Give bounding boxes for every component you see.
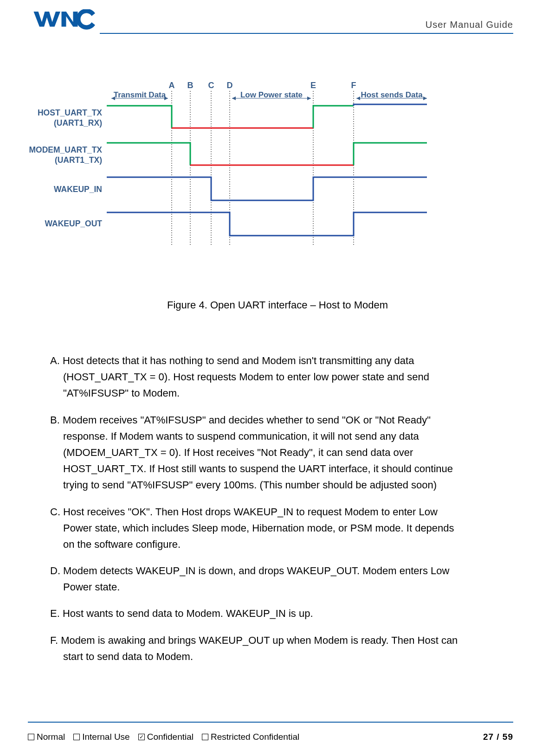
- chk-normal: Normal: [28, 732, 65, 742]
- timing-diagram-svg: A B C D E F Transmit Data Low Power stat…: [46, 79, 436, 264]
- step-d: D. Modem detects WAKEUP_IN is down, and …: [50, 563, 468, 595]
- header-divider: [100, 33, 513, 34]
- classification-checkboxes: Normal Internal Use ✓Confidential Restri…: [28, 732, 299, 742]
- signal-modem-uart-tx: [107, 143, 427, 165]
- marker-b: B: [187, 81, 194, 90]
- guides: [172, 91, 354, 246]
- signal-wakeup-in: [107, 177, 427, 200]
- svg-marker-9: [356, 96, 360, 100]
- svg-text:Host sends Data: Host sends Data: [361, 90, 423, 99]
- wnc-logo-icon: [32, 9, 97, 30]
- chk-internal: Internal Use: [73, 732, 129, 742]
- svg-text:Low Power state: Low Power state: [240, 90, 303, 99]
- marker-a: A: [169, 81, 175, 90]
- signal-host-uart-tx: [107, 104, 427, 128]
- body-text: A. Host detects that it has nothing to s…: [50, 352, 468, 675]
- page-number: 27 / 59: [483, 732, 513, 742]
- marker-f: F: [351, 81, 356, 90]
- label-modem-uart-tx: MODEM_UART_TX(UART1_TX): [28, 145, 102, 166]
- signal-wakeup-out: [107, 212, 427, 236]
- label-host-uart-tx: HOST_UART_TX(UART1_RX): [28, 108, 102, 128]
- step-a: A. Host detects that it has nothing to s…: [50, 352, 468, 402]
- marker-e: E: [310, 81, 316, 90]
- svg-text:Transmit Data: Transmit Data: [114, 90, 166, 99]
- step-f: F. Modem is awaking and brings WAKEUP_OU…: [50, 632, 468, 665]
- step-e: E. Host wants to send data to Modem. WAK…: [50, 605, 468, 621]
- page-footer: Normal Internal Use ✓Confidential Restri…: [28, 732, 513, 742]
- svg-marker-6: [307, 96, 311, 100]
- footer-divider: [28, 722, 513, 723]
- step-c: C. Host receives "OK". Then Host drops W…: [50, 504, 468, 553]
- chk-restricted: Restricted Confidential: [202, 732, 299, 742]
- timing-diagram: HOST_UART_TX(UART1_RX) MODEM_UART_TX(UAR…: [46, 79, 436, 264]
- annot-host-sends: Host sends Data: [356, 90, 427, 100]
- marker-c: C: [208, 81, 214, 90]
- figure-caption: Figure 4. Open UART interface – Host to …: [0, 299, 555, 311]
- step-b: B. Modem receives "AT%IFSUSP" and decide…: [50, 412, 468, 493]
- annot-transmit-data: Transmit Data: [111, 90, 168, 100]
- logo: [32, 9, 97, 30]
- label-wakeup-out: WAKEUP_OUT: [28, 219, 102, 229]
- svg-marker-5: [232, 96, 236, 100]
- header-title: User Manual Guide: [116, 19, 513, 30]
- chk-confidential: ✓Confidential: [138, 732, 194, 742]
- label-wakeup-in: WAKEUP_IN: [28, 185, 102, 195]
- annot-low-power: Low Power state: [232, 90, 311, 100]
- svg-marker-10: [423, 96, 427, 100]
- page-header: User Manual Guide: [0, 0, 555, 30]
- marker-d: D: [227, 81, 233, 90]
